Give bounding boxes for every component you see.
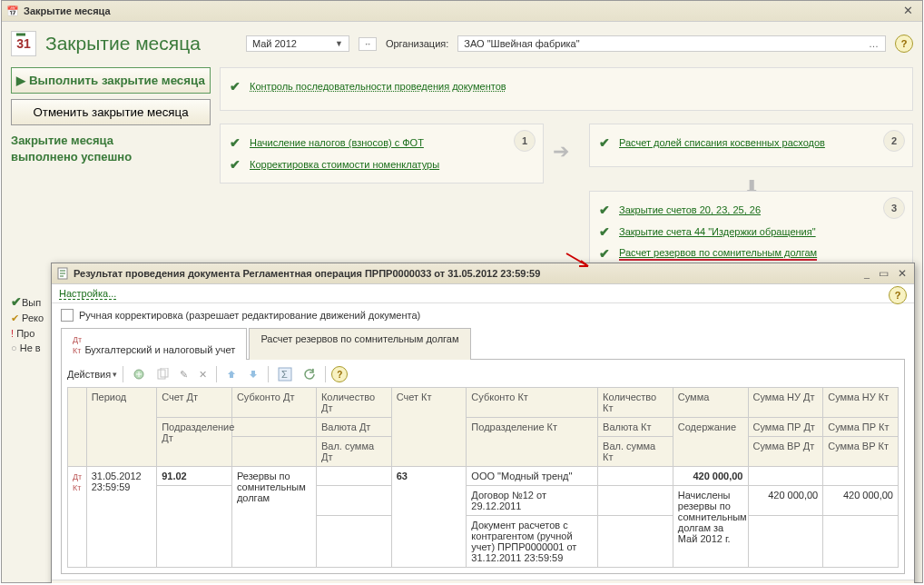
help-icon[interactable]: ? — [889, 286, 907, 304]
organization-selector[interactable]: ЗАО "Швейная фабрика" … — [457, 35, 886, 52]
page-title: Закрытие месяца — [45, 33, 201, 55]
move-down-icon[interactable] — [244, 367, 262, 382]
step-link[interactable]: Расчет резервов по сомнительным долгам — [619, 247, 817, 261]
tab-reserves[interactable]: Расчет резервов по сомнительным долгам — [249, 328, 470, 360]
step-badge: 1 — [514, 130, 536, 152]
step-link[interactable]: Корректировка стоимости номенклатуры — [250, 159, 439, 170]
cancel-close-button[interactable]: Отменить закрытие месяца — [11, 99, 211, 125]
check-icon: ✔ — [230, 135, 244, 150]
step-badge: 2 — [883, 130, 905, 152]
check-icon: ✔ — [230, 157, 244, 172]
help-icon[interactable]: ? — [331, 366, 348, 382]
step-badge: 3 — [883, 197, 905, 219]
result-window-title: Результат проведения документа Регламент… — [74, 268, 862, 279]
calendar-icon: 31 — [11, 31, 36, 56]
step-link[interactable]: Закрытие счета 44 "Издержки обращения" — [619, 226, 816, 237]
entries-table[interactable]: Период Счет Дт Субконто Дт Количество Дт… — [67, 387, 899, 568]
minimize-icon[interactable]: _ — [862, 267, 871, 281]
period-selector[interactable]: Май 2012 ▼ — [246, 35, 349, 52]
main-window: 📅 Закрытие месяца ✕ 31 Закрытие месяца М… — [1, 0, 923, 583]
main-window-title: Закрытие месяца — [24, 5, 899, 16]
period-nav-button[interactable]: ↔ — [359, 37, 377, 51]
delete-icon[interactable]: ✕ — [195, 367, 211, 382]
move-up-icon[interactable] — [222, 367, 241, 382]
close-icon[interactable]: ✕ — [896, 267, 909, 281]
result-titlebar[interactable]: Результат проведения документа Регламент… — [52, 263, 914, 284]
close-icon[interactable]: ✕ — [899, 4, 917, 18]
edit-icon[interactable]: ✎ — [176, 367, 192, 382]
main-titlebar[interactable]: 📅 Закрытие месяца ✕ — [2, 1, 922, 22]
control-sequence-link[interactable]: Контроль последовательности проведения д… — [250, 81, 506, 92]
sum-icon[interactable]: Σ — [274, 365, 296, 383]
period-value: Май 2012 — [252, 38, 297, 49]
step-link[interactable]: Закрытие счетов 20, 23, 25, 26 — [619, 204, 761, 215]
calendar-small-icon: 📅 — [7, 5, 18, 16]
check-icon: ✔ — [599, 246, 614, 261]
status-text: Закрытие месяца выполнено успешно — [11, 133, 211, 165]
table-row[interactable]: ДтКт 31.05.2012 23:59:59 91.02 Резервы п… — [68, 467, 899, 486]
check-icon: ✔ — [599, 224, 614, 239]
ellipsis-icon: … — [869, 38, 880, 49]
table-row[interactable]: Договор №12 от 29.12.2011 Начислены резе… — [68, 486, 899, 516]
add-icon[interactable] — [129, 366, 149, 382]
actions-toolbar: Действия▾ ✎ ✕ Σ ? — [67, 365, 899, 383]
copy-icon[interactable] — [152, 366, 172, 382]
tab-accounting[interactable]: ДтКтБухгалтерский и налоговый учет — [61, 328, 247, 360]
bottom-bar: Отчет по движениям документа OK ✕Закрыть — [52, 580, 914, 583]
refresh-icon[interactable] — [300, 366, 319, 382]
execute-close-button[interactable]: ▶ Выполнить закрытие месяца — [11, 67, 211, 94]
arrow-right-icon: ➔ — [553, 140, 569, 164]
step-link[interactable]: Начисление налогов (взносов) с ФОТ — [250, 137, 424, 148]
settings-link[interactable]: Настройка... — [59, 288, 116, 300]
svg-text:Σ: Σ — [281, 369, 288, 380]
organization-value: ЗАО "Швейная фабрика" — [464, 38, 579, 49]
actions-menu[interactable]: Действия▾ — [67, 369, 117, 380]
dtkt-icon: ДтКт — [68, 467, 87, 568]
manual-correction-checkbox[interactable]: Ручная корректировка (разрешает редактир… — [61, 309, 905, 322]
step-link[interactable]: Расчет долей списания косвенных расходов — [619, 137, 825, 148]
help-icon[interactable]: ? — [895, 35, 913, 53]
result-window: Результат проведения документа Регламент… — [51, 263, 915, 583]
check-icon: ✔ — [599, 135, 614, 150]
chevron-down-icon: ▼ — [335, 39, 343, 48]
org-label: Организация: — [386, 38, 448, 49]
maximize-icon[interactable]: ▭ — [877, 267, 890, 281]
check-icon: ✔ — [230, 79, 244, 94]
document-icon — [57, 268, 68, 279]
check-icon: ✔ — [599, 203, 614, 217]
result-toolbar: Настройка... ? — [52, 284, 914, 303]
dtkt-icon: ДтКт — [73, 335, 82, 355]
